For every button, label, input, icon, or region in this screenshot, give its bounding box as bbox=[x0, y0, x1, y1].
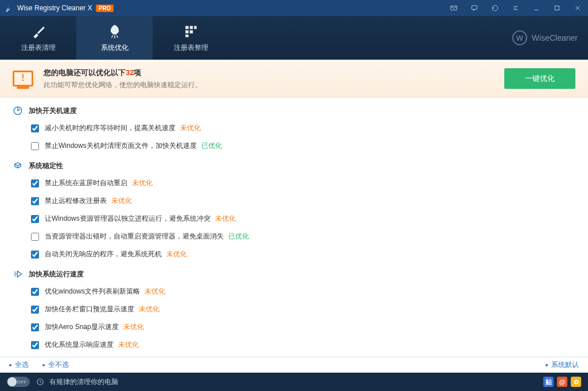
optimize-item: 让Windows资源管理器以独立进程运行，避免系统冲突未优化 bbox=[0, 210, 588, 228]
item-status: 未优化 bbox=[123, 322, 144, 332]
brand[interactable]: W WiseCleaner bbox=[512, 16, 588, 60]
item-checkbox[interactable] bbox=[31, 251, 39, 259]
svg-rect-10 bbox=[189, 26, 192, 29]
menu-icon[interactable] bbox=[505, 0, 526, 16]
group-header-boot-speed[interactable]: 加快开关机速度 bbox=[0, 100, 588, 119]
app-icon bbox=[5, 3, 14, 13]
item-status: 未优化 bbox=[111, 196, 132, 206]
footer: OFF 有规律的清理你的电脑 贴 @ ✿ bbox=[0, 373, 588, 391]
tab-registry-clean[interactable]: 注册表清理 bbox=[0, 16, 76, 60]
optimize-button[interactable]: 一键优化 bbox=[504, 68, 575, 89]
item-text: 优化系统显示响应速度 bbox=[45, 340, 114, 350]
svg-rect-11 bbox=[194, 26, 196, 29]
rocket-icon bbox=[107, 24, 123, 40]
svg-rect-0 bbox=[451, 6, 457, 10]
clock-icon bbox=[36, 377, 45, 386]
item-checkbox[interactable] bbox=[31, 323, 39, 331]
refresh-icon[interactable] bbox=[485, 0, 505, 16]
weibo-icon[interactable]: @ bbox=[557, 377, 567, 387]
close-button[interactable] bbox=[567, 0, 588, 16]
item-text: 禁止系统在蓝屏时自动重启 bbox=[45, 178, 127, 188]
brand-text: WiseCleaner bbox=[532, 33, 578, 42]
optimize-item: 禁止远程修改注册表未优化 bbox=[0, 192, 588, 210]
maximize-button[interactable] bbox=[547, 0, 567, 16]
item-checkbox[interactable] bbox=[31, 179, 39, 187]
group-icon bbox=[13, 105, 23, 116]
item-checkbox[interactable] bbox=[31, 288, 39, 296]
item-status: 未优化 bbox=[139, 304, 159, 314]
minimize-button[interactable] bbox=[526, 0, 547, 16]
group-icon bbox=[13, 161, 23, 171]
optimize-item: 优化windows文件列表刷新策略未优化 bbox=[0, 283, 588, 300]
item-status: 未优化 bbox=[118, 340, 139, 350]
optimize-item: 加快Aero Snap显示速度未优化 bbox=[0, 318, 588, 336]
group-header-run-speed[interactable]: 加快系统运行速度 bbox=[0, 263, 588, 283]
optimize-list: 加快开关机速度减小关机时的程序等待时间，提高关机速度未优化禁止Windows关机… bbox=[0, 97, 588, 357]
item-text: 禁止Windows关机时清理页面文件，加快关机速度 bbox=[45, 141, 197, 151]
brand-logo-icon: W bbox=[512, 30, 527, 45]
item-checkbox[interactable] bbox=[31, 233, 39, 241]
item-status: 未优化 bbox=[145, 287, 165, 296]
optimize-item: 优化系统显示响应速度未优化 bbox=[0, 336, 588, 354]
select-none-link[interactable]: 全不选 bbox=[42, 360, 69, 370]
brush-icon bbox=[30, 24, 46, 40]
group-icon bbox=[13, 269, 23, 279]
banner-body: 您的电脑还可以优化以下32项 此功能可帮您优化网络，使您的电脑快速稳定运行。 bbox=[44, 68, 504, 90]
warning-icon bbox=[13, 71, 33, 87]
optimize-banner: 您的电脑还可以优化以下32项 此功能可帮您优化网络，使您的电脑快速稳定运行。 一… bbox=[0, 60, 588, 97]
item-checkbox[interactable] bbox=[31, 197, 39, 205]
svg-rect-6 bbox=[555, 6, 559, 10]
tab-label: 注册表整理 bbox=[174, 43, 208, 53]
nav-bar: 注册表清理 系统优化 注册表整理 W WiseCleaner bbox=[0, 16, 588, 60]
item-status: 未优化 bbox=[215, 214, 236, 224]
title-bar: Wise Registry Cleaner X PRO bbox=[0, 0, 588, 16]
tab-registry-defrag[interactable]: 注册表整理 bbox=[153, 16, 229, 60]
group-title: 加快系统运行速度 bbox=[29, 269, 84, 279]
item-status: 未优化 bbox=[132, 178, 153, 188]
tab-system-optimize[interactable]: 系统优化 bbox=[76, 16, 153, 60]
svg-rect-14 bbox=[185, 34, 188, 37]
optimize-item: 减小关机时的程序等待时间，提高关机速度未优化 bbox=[0, 119, 588, 137]
item-text: 自动关闭无响应的程序，避免系统死机 bbox=[45, 249, 162, 259]
item-status: 已优化 bbox=[228, 232, 249, 241]
group-header-stability[interactable]: 系统稳定性 bbox=[0, 155, 588, 174]
tab-label: 系统优化 bbox=[101, 43, 128, 53]
item-text: 禁止远程修改注册表 bbox=[45, 196, 107, 206]
wechat-icon[interactable]: ✿ bbox=[571, 377, 581, 387]
item-text: 当资源管理器出错时，自动重启资源管理器，避免桌面消失 bbox=[45, 232, 224, 241]
item-text: 加快任务栏窗口预览显示速度 bbox=[45, 304, 134, 314]
optimize-count: 32 bbox=[126, 68, 134, 77]
schedule-toggle[interactable]: OFF bbox=[7, 377, 30, 387]
footer-text: 有规律的清理你的电脑 bbox=[49, 377, 118, 387]
pro-badge: PRO bbox=[96, 5, 114, 12]
item-text: 加快Aero Snap显示速度 bbox=[45, 322, 119, 332]
svg-rect-1 bbox=[472, 6, 477, 9]
tieba-icon[interactable]: 贴 bbox=[543, 377, 554, 387]
optimize-item: 禁止Windows关机时清理页面文件，加快关机速度已优化 bbox=[0, 137, 588, 155]
optimize-item: 当资源管理器出错时，自动重启资源管理器，避免桌面消失已优化 bbox=[0, 228, 588, 245]
banner-title: 您的电脑还可以优化以下32项 bbox=[44, 68, 504, 78]
item-checkbox[interactable] bbox=[31, 215, 39, 223]
item-checkbox[interactable] bbox=[31, 142, 39, 150]
item-checkbox[interactable] bbox=[31, 341, 39, 349]
defrag-icon bbox=[183, 24, 199, 40]
optimize-item: 加快任务栏窗口预览显示速度未优化 bbox=[0, 300, 588, 318]
tab-label: 注册表清理 bbox=[21, 43, 56, 53]
selection-bar: 全选 全不选 系统默认 bbox=[0, 357, 588, 373]
item-text: 减小关机时的程序等待时间，提高关机速度 bbox=[45, 123, 176, 133]
feedback-icon[interactable] bbox=[464, 0, 485, 16]
item-status: 已优化 bbox=[201, 141, 222, 151]
banner-subtitle: 此功能可帮您优化网络，使您的电脑快速稳定运行。 bbox=[44, 80, 504, 90]
defaults-link[interactable]: 系统默认 bbox=[546, 360, 579, 370]
item-checkbox[interactable] bbox=[31, 306, 39, 314]
select-all-link[interactable]: 全选 bbox=[9, 360, 29, 370]
mail-icon[interactable] bbox=[443, 0, 464, 16]
svg-rect-12 bbox=[185, 30, 188, 33]
item-status: 未优化 bbox=[180, 123, 201, 133]
svg-rect-13 bbox=[189, 30, 192, 33]
svg-rect-9 bbox=[185, 26, 188, 29]
item-text: 优化windows文件列表刷新策略 bbox=[45, 287, 140, 296]
item-checkbox[interactable] bbox=[31, 124, 39, 132]
optimize-item: 自动关闭无响应的程序，避免系统死机未优化 bbox=[0, 245, 588, 263]
group-title: 系统稳定性 bbox=[29, 161, 63, 171]
